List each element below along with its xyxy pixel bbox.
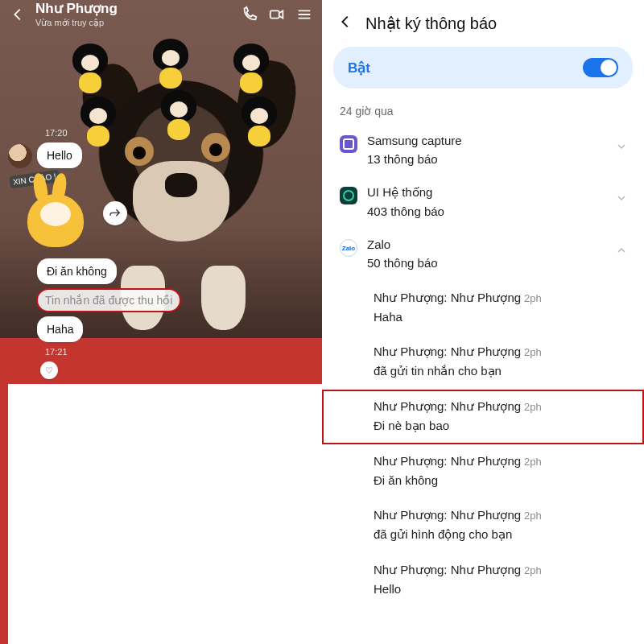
contact-status: Vừa mới truy cập xyxy=(35,18,118,28)
notif-body: Hello xyxy=(374,582,626,596)
notif-time: 2ph xyxy=(524,456,542,468)
message-row: Haha xyxy=(8,316,314,342)
app-item-zalo[interactable]: Zalo Zalo 50 thông báo xyxy=(322,229,644,281)
reaction-button[interactable]: ♡ xyxy=(40,361,58,379)
notification-item[interactable]: Như Phượng: Như Phượng2ph đã gửi tin nhắ… xyxy=(322,335,644,390)
app-count: 50 thông báo xyxy=(367,256,626,270)
message-bubble[interactable]: Haha xyxy=(37,316,83,342)
chevron-down-icon xyxy=(615,192,628,208)
contact-block[interactable]: Như Phượng Vừa mới truy cập xyxy=(35,0,118,28)
app-name: Zalo xyxy=(367,237,626,251)
notification-log-screen: Nhật ký thông báo Bật 24 giờ qua Samsung… xyxy=(322,0,644,644)
notif-time: 2ph xyxy=(524,292,542,304)
notif-time: 2ph xyxy=(524,401,542,413)
notif-title: Như Phượng: Như Phượng xyxy=(374,508,521,522)
notification-item[interactable]: Như Phượng: Như Phượng2ph Đi ăn không xyxy=(322,444,644,498)
chat-header: Như Phượng Vừa mới truy cập xyxy=(0,0,322,28)
chat-screen: Như Phượng Vừa mới truy cập 17:20 Hello xyxy=(0,0,322,644)
notification-item[interactable]: Như Phượng: Như Phượng2ph Haha xyxy=(322,281,644,335)
notif-time: 2ph xyxy=(524,564,542,576)
chevron-down-icon xyxy=(615,140,628,156)
message-row: Đi ăn không xyxy=(8,258,314,284)
notif-title: Như Phượng: Như Phượng xyxy=(374,399,521,413)
message-bubble[interactable]: Đi ăn không xyxy=(37,258,117,284)
contact-name: Như Phượng xyxy=(35,0,118,17)
toggle-label: Bật xyxy=(348,60,370,76)
notification-item-highlighted[interactable]: Như Phượng: Như Phượng2ph Đi nè bạn bao xyxy=(322,390,644,444)
toggle-row[interactable]: Bật xyxy=(333,47,633,89)
chevron-up-icon xyxy=(615,244,628,260)
app-name: UI Hệ thống xyxy=(367,185,626,200)
message-row: Hello xyxy=(8,142,314,168)
recalled-row: Tin nhắn đã được thu hồi xyxy=(8,289,314,312)
app-item-samsung-capture[interactable]: Samsung capture 13 thông báo xyxy=(322,126,644,177)
notif-body: đã gửi hình động cho bạn xyxy=(374,527,626,542)
recalled-message[interactable]: Tin nhắn đã được thu hồi xyxy=(37,289,180,312)
notif-time: 2ph xyxy=(524,346,542,358)
notif-body: Đi ăn không xyxy=(374,473,626,487)
forward-button[interactable] xyxy=(103,201,127,225)
bunny-sticker[interactable]: XIN CHÀO ! xyxy=(13,173,93,254)
menu-icon[interactable] xyxy=(295,5,314,24)
svg-rect-0 xyxy=(270,10,279,18)
log-header: Nhật ký thông báo xyxy=(322,0,644,42)
notif-title: Như Phượng: Như Phượng xyxy=(374,454,521,468)
sticker-row: XIN CHÀO ! xyxy=(8,173,314,254)
back-icon[interactable] xyxy=(8,5,27,24)
toggle-switch[interactable] xyxy=(583,58,618,77)
app-name: Samsung capture xyxy=(367,134,626,147)
notif-body: đã gửi tin nhắn cho bạn xyxy=(374,364,626,378)
video-call-icon[interactable] xyxy=(267,5,287,24)
system-ui-icon xyxy=(340,187,357,204)
chat-body[interactable]: 17:20 Hello XIN CHÀO ! Đi ăn không Tin n… xyxy=(0,28,322,644)
samsung-capture-icon xyxy=(340,135,357,153)
back-icon[interactable] xyxy=(336,13,354,34)
call-icon[interactable] xyxy=(240,5,259,24)
notification-item[interactable]: Như Phượng: Như Phượng2ph đã gửi hình độ… xyxy=(322,498,644,553)
notification-item[interactable]: Như Phượng: Như Phượng2ph Hello xyxy=(322,553,644,607)
avatar[interactable] xyxy=(8,144,32,168)
timestamp: 17:20 xyxy=(45,128,314,138)
message-bubble[interactable]: Hello xyxy=(37,142,82,168)
notif-title: Như Phượng: Như Phượng xyxy=(374,291,521,304)
app-count: 13 thông báo xyxy=(367,152,626,166)
app-item-system-ui[interactable]: UI Hệ thống 403 thông báo xyxy=(322,177,644,229)
message-row-self: Ủa gì thu hồi dị ;)))) xyxy=(8,384,322,644)
timestamp: 17:21 xyxy=(45,347,314,357)
notif-title: Như Phượng: Như Phượng xyxy=(374,345,521,358)
notif-body: Đi nè bạn bao xyxy=(374,419,626,433)
page-title: Nhật ký thông báo xyxy=(365,14,497,33)
notif-body: Haha xyxy=(374,310,626,324)
notif-title: Như Phượng: Như Phượng xyxy=(374,563,521,576)
zalo-icon: Zalo xyxy=(340,239,357,257)
notif-time: 2ph xyxy=(524,510,542,522)
app-count: 403 thông báo xyxy=(367,204,626,218)
section-label: 24 giờ qua xyxy=(322,100,644,126)
